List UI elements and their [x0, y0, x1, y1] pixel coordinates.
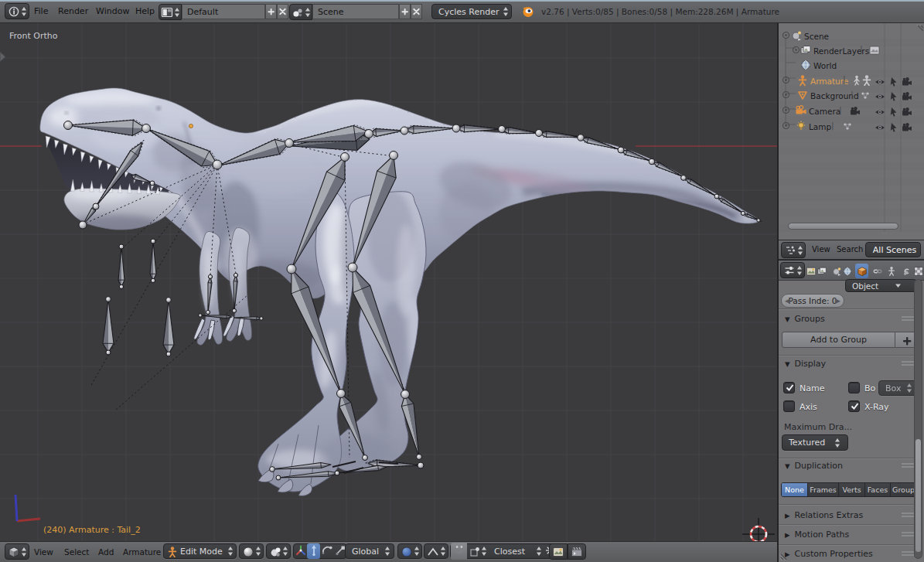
tab-world[interactable] [840, 264, 854, 278]
mode-dropdown[interactable]: Edit Mode [163, 543, 237, 559]
restrict-render-background[interactable] [901, 90, 912, 104]
close-layout-button[interactable] [277, 4, 288, 19]
duplication-option-verts[interactable]: Verts [839, 483, 865, 496]
outliner-expand-background[interactable] [782, 90, 790, 101]
tab-modifiers[interactable] [898, 264, 912, 278]
menu-select[interactable]: Select [63, 547, 90, 557]
panel-grip-motion-paths[interactable] [902, 532, 914, 536]
panel-header-custom-properties[interactable]: ▶Custom Properties [785, 549, 873, 559]
panel-header-motion-paths[interactable]: ▶Motion Paths [785, 530, 849, 540]
panel-header-groups[interactable]: ▼Groups [785, 314, 825, 324]
menu-view[interactable]: View [32, 547, 55, 557]
editor-type-button-outliner[interactable] [781, 242, 806, 258]
outliner-item-lamp[interactable]: Lamp [809, 122, 831, 131]
outliner-scrollbar[interactable] [788, 223, 898, 230]
bounds-type-dropdown[interactable]: Box [878, 380, 917, 396]
close-scene-button[interactable] [411, 4, 422, 19]
panel-grip-duplication[interactable] [902, 463, 914, 468]
viewport-3d-scene[interactable] [0, 23, 777, 541]
scene-select-button[interactable] [289, 4, 312, 20]
restrict-select-background[interactable] [888, 90, 898, 104]
panel-header-display[interactable]: ▼Display [785, 359, 826, 369]
panel-border-outliner-props[interactable] [779, 260, 924, 261]
transform-orientation-dropdown[interactable]: Global [345, 543, 394, 559]
snap-element-button[interactable] [467, 544, 489, 559]
outliner-resize-grip[interactable] [913, 24, 923, 34]
checkbox-axis[interactable] [783, 400, 795, 412]
duplication-option-none[interactable]: None [782, 483, 808, 496]
restrict-render-camera[interactable] [901, 106, 912, 119]
restrict-view-background[interactable] [874, 90, 885, 104]
object-context-dropdown[interactable]: Object [845, 279, 917, 292]
snap-orientation-dropdown[interactable] [397, 543, 422, 559]
tab-material[interactable] [912, 264, 924, 278]
duplication-option-faces[interactable]: Faces [865, 483, 891, 496]
outliner-menu-search[interactable]: Search [835, 245, 864, 254]
manipulator-rotate-button[interactable] [320, 543, 333, 559]
restrict-render-lamp[interactable] [901, 121, 912, 135]
panel-header-relations-extras[interactable]: ▶Relations Extras [785, 510, 863, 520]
checkbox-bounds[interactable] [848, 382, 860, 393]
duplication-option-group[interactable]: Group [891, 483, 916, 496]
screen-layout-button[interactable] [159, 4, 182, 20]
restrict-select-armature[interactable] [888, 76, 898, 89]
stepper-left-arrow-icon[interactable]: ◀ [785, 297, 790, 305]
menu-file[interactable]: File [32, 6, 49, 16]
render-engine-dropdown[interactable]: Cycles Render [431, 4, 512, 19]
outliner-item-camera[interactable]: Camera [809, 107, 840, 116]
tab-constraints[interactable] [871, 264, 884, 278]
opengl-render-image-button[interactable] [549, 543, 568, 560]
menu-add[interactable]: Add [97, 547, 115, 557]
outliner-item-world[interactable]: World [813, 61, 837, 70]
panel-header-duplication[interactable]: ▼Duplication [785, 461, 843, 471]
menu-window[interactable]: Window [94, 6, 131, 16]
checkbox-name[interactable] [783, 382, 795, 393]
menu-armature[interactable]: Armature [121, 547, 162, 557]
scene-name-field[interactable]: Scene [312, 4, 399, 19]
manipulator-axis-button[interactable] [294, 543, 307, 559]
editor-type-button-info[interactable] [5, 3, 29, 19]
panel-grip-display[interactable] [902, 361, 914, 366]
draw-type-dropdown[interactable]: Textured [782, 434, 848, 451]
restrict-view-lamp[interactable] [874, 121, 885, 135]
pass-index-stepper[interactable]: ◀Pass Inde: 0▶ [781, 294, 844, 308]
panel-border-vertical[interactable] [777, 23, 779, 562]
menu-help[interactable]: Help [134, 6, 156, 16]
properties-resize-grip[interactable] [779, 551, 789, 561]
snap-toggle-button[interactable] [451, 543, 467, 560]
tab-object-data[interactable] [885, 264, 898, 278]
add-layout-button[interactable] [265, 4, 277, 19]
restrict-view-armature[interactable] [874, 76, 885, 89]
add-scene-button[interactable] [399, 4, 411, 19]
viewport-shading-dropdown[interactable] [239, 543, 264, 559]
checkbox-xray[interactable] [848, 400, 860, 412]
outliner-expand-scene[interactable] [782, 31, 790, 42]
tab-render-layers[interactable] [815, 264, 828, 278]
menu-render[interactable]: Render [56, 6, 90, 16]
restrict-select-lamp[interactable] [888, 121, 898, 135]
outliner-expand-camera[interactable] [782, 106, 790, 117]
editor-type-button-properties[interactable] [780, 262, 805, 278]
tab-object[interactable] [855, 264, 868, 278]
duplication-option-frames[interactable]: Frames [808, 483, 839, 496]
opengl-render-anim-button[interactable] [568, 543, 586, 560]
outliner-expand-lamp[interactable] [782, 121, 790, 132]
manipulator-translate-button[interactable] [307, 543, 320, 559]
properties-scroll-thumb[interactable] [915, 439, 921, 552]
restrict-select-camera[interactable] [888, 106, 898, 119]
screen-layout-name-field[interactable]: Default [182, 4, 265, 19]
panel-grip-relations-extras[interactable] [902, 513, 914, 517]
panel-grip-custom-properties[interactable] [902, 551, 914, 556]
add-to-group-button[interactable]: Add to Group [782, 332, 895, 348]
outliner-menu-view[interactable]: View [810, 245, 832, 254]
restrict-render-armature[interactable] [901, 76, 912, 89]
proportional-edit-dropdown[interactable] [424, 543, 448, 559]
outliner-filter-dropdown[interactable]: All Scenes [865, 242, 921, 257]
restrict-view-camera[interactable] [874, 106, 885, 119]
editor-type-button-3dview[interactable] [5, 543, 29, 560]
outliner-item-scene[interactable]: Scene [804, 32, 829, 41]
pivot-point-dropdown[interactable] [266, 543, 291, 559]
outliner-expand-armature[interactable] [782, 76, 790, 87]
snap-mode-value[interactable]: Closest [489, 547, 536, 557]
panel-grip-groups[interactable] [902, 316, 914, 321]
